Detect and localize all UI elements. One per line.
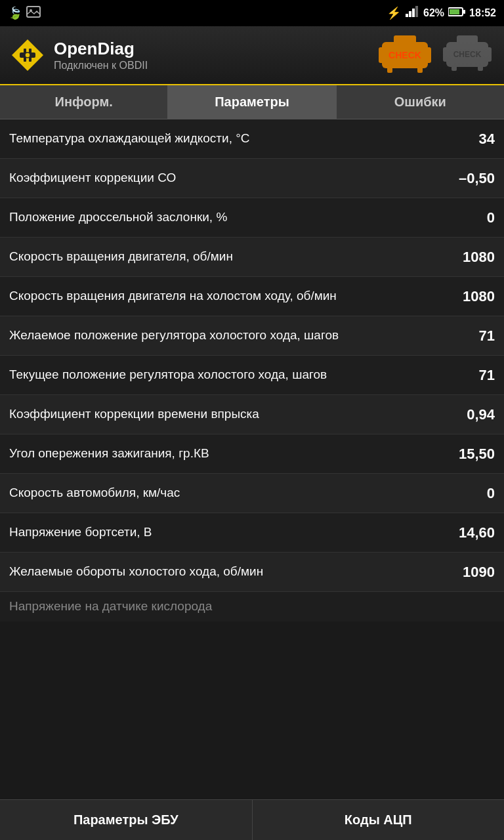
row-value: 1080 [425,282,504,312]
app-subtitle: Подключен к OBDII [54,60,375,72]
table-row: Желаемые обороты холостого хода, об/мин1… [0,553,504,592]
check-icons: CHECK CHECK [375,29,494,81]
row-value: 15,50 [425,439,504,469]
tab-errors[interactable]: Ошибки [337,85,504,119]
row-label: Положение дроссельной заслонки, % [0,203,425,232]
svg-rect-8 [463,10,465,14]
table-row: Коэффициент коррекции времени впрыска0,9… [0,395,504,434]
check-engine-inactive-icon[interactable]: CHECK [441,29,494,81]
row-value: 71 [425,321,504,351]
leaf-icon: 🍃 [8,6,22,20]
row-value: 0,94 [425,400,504,430]
svg-text:CHECK: CHECK [388,50,421,60]
bottom-nav-ecu[interactable]: Параметры ЭБУ [0,800,253,840]
svg-rect-3 [409,11,411,17]
status-bar: 🍃 ⚡ 62% [0,0,504,26]
row-label: Температура охлаждающей жидкости, °С [0,124,425,154]
check-engine-active-icon[interactable]: CHECK [375,29,434,81]
app-logo [10,38,45,72]
svg-rect-5 [415,6,418,17]
row-value: 14,60 [425,518,504,548]
table-row: Коэффициент коррекции СО–0,50 [0,159,504,198]
row-label-partial: Напряжение на датчике кислорода [0,592,504,621]
svg-rect-2 [406,14,408,17]
svg-rect-26 [478,64,483,71]
row-value: 1080 [425,242,504,272]
svg-rect-19 [417,65,423,73]
svg-rect-18 [387,65,392,73]
table-row: Угол опережения зажигания, гр.КВ15,50 [0,434,504,474]
table-row: Температура охлаждающей жидкости, °С34 [0,119,504,159]
svg-rect-15 [394,35,416,45]
signal-icon [405,6,419,20]
svg-rect-25 [452,64,457,71]
row-label: Скорость вращения двигателя на холостом … [0,282,425,311]
table-row: Скорость вращения двигателя, об/мин1080 [0,238,504,277]
bottom-nav: Параметры ЭБУ Коды АЦП [0,799,504,840]
table-row: Скорость вращения двигателя на холостом … [0,277,504,316]
row-value: 1090 [425,557,504,587]
data-table: Температура охлаждающей жидкости, °С34Ко… [0,119,504,621]
bottom-nav-adc[interactable]: Коды АЦП [253,800,505,840]
row-value: –0,50 [425,163,504,194]
row-label: Угол опережения зажигания, гр.КВ [0,439,425,469]
row-label: Желаемое положение регулятора холостого … [0,321,425,350]
svg-rect-7 [450,9,459,14]
svg-point-13 [25,52,30,58]
row-label: Коэффициент коррекции СО [0,163,425,193]
svg-rect-23 [443,47,450,62]
table-row: Напряжение бортсети, В14,60 [0,513,504,553]
svg-rect-22 [457,35,478,45]
table-row: Положение дроссельной заслонки, %0 [0,198,504,238]
row-value: 0 [425,203,504,233]
svg-rect-17 [425,47,431,63]
tabs-bar: Информ. Параметры Ошибки [0,85,504,119]
row-label: Коэффициент коррекции времени впрыска [0,400,425,429]
row-value: 71 [425,360,504,390]
svg-rect-16 [379,47,385,63]
row-label: Напряжение бортсети, В [0,518,425,547]
row-label: Скорость автомобиля, км/час [0,478,425,508]
svg-rect-4 [412,9,415,17]
status-bar-left: 🍃 [8,6,41,21]
image-icon [26,6,41,21]
table-row: Скорость автомобиля, км/час0 [0,474,504,513]
tab-params[interactable]: Параметры [168,85,336,119]
row-label: Текущее положение регулятора холостого х… [0,360,425,390]
app-header: OpenDiag Подключен к OBDII CHECK [0,26,504,85]
row-value: 0 [425,478,504,509]
row-label: Желаемые обороты холостого хода, об/мин [0,557,425,587]
status-icons: ⚡ 62% 18:52 [387,6,496,20]
table-row: Текущее положение регулятора холостого х… [0,356,504,395]
svg-rect-24 [485,47,492,62]
app-title-block: OpenDiag Подключен к OBDII [54,39,375,71]
battery-icon [448,7,465,20]
table-row-partial: Напряжение на датчике кислорода [0,592,504,621]
svg-text:CHECK: CHECK [453,50,482,59]
bluetooth-icon: ⚡ [387,6,401,20]
time-display: 18:52 [469,7,496,19]
tab-info[interactable]: Информ. [0,85,168,119]
row-value: 34 [425,124,504,154]
table-row: Желаемое положение регулятора холостого … [0,316,504,356]
row-label: Скорость вращения двигателя, об/мин [0,242,425,272]
battery-percent: 62% [423,7,444,19]
app-name: OpenDiag [54,39,375,59]
